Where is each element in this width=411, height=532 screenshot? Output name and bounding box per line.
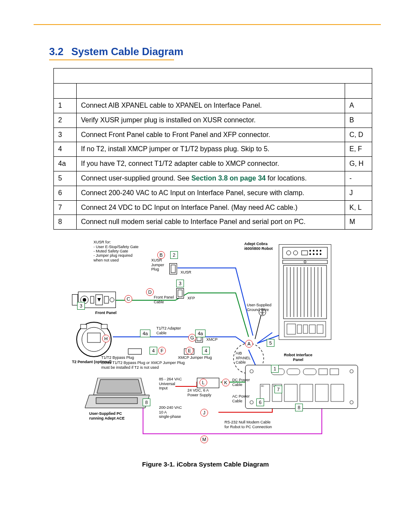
figure-caption: Figure 3-1. iCobra System Cable Diagram	[39, 460, 372, 468]
section-heading: 3.2System Cable Diagram	[49, 46, 372, 58]
svg-rect-59	[87, 333, 100, 342]
svg-rect-40	[319, 369, 327, 375]
svg-rect-32	[317, 325, 323, 333]
callout-3b: 3	[77, 302, 85, 310]
svg-rect-58	[101, 324, 107, 329]
svg-point-8	[320, 250, 321, 252]
svg-rect-30	[303, 325, 308, 333]
svg-point-33	[250, 370, 253, 373]
section-title: System Cable Diagram	[71, 46, 183, 57]
svg-rect-49	[331, 384, 344, 401]
svg-point-12	[320, 253, 321, 255]
svg-point-5	[309, 250, 311, 252]
table-row: 1Connect AIB XPANEL cable to XPANEL on I…	[54, 99, 372, 113]
svg-point-10	[313, 253, 314, 255]
section-number: 3.2	[49, 46, 63, 57]
svg-point-7	[316, 250, 318, 252]
svg-rect-29	[297, 325, 302, 333]
steps-table: 1Connect AIB XPANEL cable to XPANEL on I…	[53, 68, 372, 230]
svg-rect-63	[96, 398, 137, 404]
callout-3a: 3	[176, 280, 184, 287]
svg-text:AC: AC	[261, 385, 264, 387]
callout-8b: 8	[295, 404, 303, 411]
svg-rect-41	[330, 369, 339, 375]
svg-rect-52	[90, 296, 94, 303]
svg-rect-39	[303, 369, 316, 375]
callout-8a: 8	[143, 398, 150, 406]
svg-point-36	[350, 401, 353, 404]
svg-rect-60	[171, 265, 175, 273]
svg-point-34	[350, 370, 353, 373]
table-row: 4aIf you have T2, connect T1/T2 adapter …	[54, 157, 372, 171]
cross-ref-link[interactable]: Section 3.8 on page 34	[191, 174, 266, 182]
svg-rect-57	[81, 324, 87, 329]
table-row: 7Connect 24 VDC to DC Input on Interface…	[54, 200, 372, 215]
callout-6: 6	[256, 398, 264, 406]
svg-point-9	[309, 253, 311, 255]
callout-1: 1	[271, 365, 279, 373]
callout-4a-xmcp: 4a	[195, 330, 206, 337]
table-row: 6Connect 200-240 VAC to AC Input on Inte…	[54, 186, 372, 200]
callout-4a1: 4	[149, 347, 157, 355]
callout-7: 7	[274, 386, 282, 393]
svg-point-51	[83, 298, 86, 302]
svg-rect-28	[287, 324, 296, 334]
svg-rect-54	[104, 296, 109, 303]
callout-2: 2	[170, 251, 178, 259]
table-row: 2Verify XUSR jumper plug is installed on…	[54, 113, 372, 128]
svg-point-35	[250, 401, 253, 404]
table-row: 5 Connect user-supplied ground. See Sect…	[54, 171, 372, 186]
table-row: 4If no T2, install XMCP jumper or T1/T2 …	[54, 142, 372, 157]
svg-rect-26	[283, 265, 327, 319]
svg-rect-31	[309, 325, 315, 333]
svg-rect-47	[300, 384, 313, 401]
table-row: 3Connect Front Panel cable to Front Pane…	[54, 128, 372, 142]
svg-rect-38	[287, 369, 300, 375]
table-row: 8Connect null modem serial cable to Inte…	[54, 215, 372, 230]
callout-4a2: 4	[202, 347, 210, 355]
system-cable-diagram: AC DC	[46, 240, 365, 455]
svg-rect-46	[284, 384, 297, 401]
callout-5: 5	[267, 339, 274, 347]
svg-point-6	[313, 250, 314, 252]
svg-point-55	[110, 298, 114, 302]
svg-rect-1	[283, 247, 327, 258]
svg-rect-61	[178, 290, 182, 297]
callout-4a-adapter: 4a	[140, 330, 150, 337]
svg-rect-48	[315, 384, 328, 401]
svg-point-11	[316, 253, 318, 255]
